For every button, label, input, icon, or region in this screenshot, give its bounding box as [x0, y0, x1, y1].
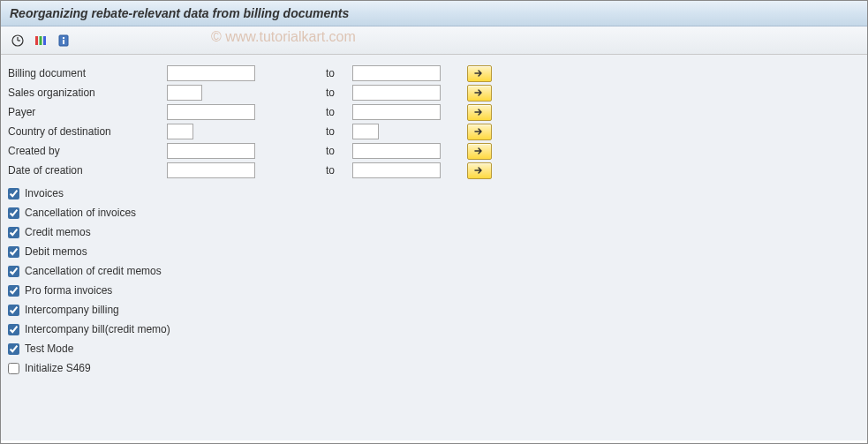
- checkbox-label: Invoices: [25, 187, 64, 199]
- from-input[interactable]: [167, 104, 255, 120]
- field-label: Payer: [8, 106, 167, 118]
- from-input[interactable]: [167, 124, 193, 139]
- field-label: Billing document: [8, 67, 167, 79]
- checkbox-input[interactable]: [8, 285, 19, 297]
- svg-rect-5: [43, 36, 46, 45]
- arrow-right-icon: [473, 69, 486, 78]
- checkbox-row: Credit memos: [8, 222, 860, 242]
- execute-button[interactable]: [8, 31, 27, 50]
- variant-icon: [34, 34, 48, 48]
- arrow-right-icon: [473, 108, 486, 117]
- to-label: to: [326, 67, 352, 79]
- arrow-right-icon: [473, 147, 486, 155]
- to-label: to: [326, 145, 352, 157]
- from-input[interactable]: [167, 143, 255, 159]
- field-row: Payerto: [8, 102, 860, 122]
- checkbox-label: Cancellation of credit memos: [25, 265, 162, 277]
- checkbox-input[interactable]: [8, 363, 19, 374]
- checkbox-row: Initialize S469: [8, 358, 860, 378]
- svg-rect-4: [40, 36, 42, 45]
- checkbox-row: Test Mode: [8, 339, 860, 358]
- checkbox-label: Initialize S469: [25, 362, 91, 374]
- field-row: Billing documentto: [8, 64, 860, 83]
- info-icon: [57, 34, 71, 48]
- to-input[interactable]: [352, 124, 379, 139]
- to-label: to: [326, 125, 352, 138]
- checkbox-label: Credit memos: [25, 226, 91, 238]
- checkbox-label: Cancellation of invoices: [25, 207, 136, 219]
- content-area: Billing documenttoSales organizationtoPa…: [1, 55, 867, 440]
- info-button[interactable]: [54, 31, 73, 50]
- checkbox-row: Debit memos: [8, 242, 860, 261]
- to-input[interactable]: [352, 162, 441, 178]
- page-title: Reorganizing rebate-relevant data from b…: [10, 6, 349, 20]
- multiple-selection-button[interactable]: [467, 143, 492, 160]
- from-input[interactable]: [167, 162, 255, 178]
- from-input[interactable]: [167, 85, 202, 101]
- svg-rect-7: [63, 37, 64, 39]
- checkbox-label: Debit memos: [25, 245, 87, 258]
- checkbox-input[interactable]: [8, 266, 19, 277]
- checkbox-row: Intercompany bill(credit memo): [8, 320, 860, 339]
- to-input[interactable]: [352, 104, 441, 120]
- svg-rect-3: [35, 36, 38, 45]
- multiple-selection-button[interactable]: [467, 65, 492, 82]
- field-label: Country of destination: [8, 125, 167, 138]
- field-row: Date of creationto: [8, 161, 860, 180]
- checkbox-row: Cancellation of invoices: [8, 203, 860, 222]
- checkbox-row: Invoices: [8, 184, 860, 203]
- checkbox-row: Intercompany billing: [8, 300, 860, 320]
- multiple-selection-button[interactable]: [467, 104, 492, 121]
- variant-button[interactable]: [31, 31, 50, 50]
- to-input[interactable]: [352, 85, 441, 101]
- field-row: Sales organizationto: [8, 83, 860, 102]
- to-input[interactable]: [352, 143, 441, 159]
- to-label: to: [326, 106, 352, 118]
- field-label: Sales organization: [8, 87, 167, 99]
- to-label: to: [326, 87, 352, 99]
- checkbox-label: Pro forma invoices: [25, 284, 112, 297]
- field-label: Date of creation: [8, 164, 167, 177]
- checkbox-input[interactable]: [8, 324, 19, 335]
- checkbox-input[interactable]: [8, 207, 19, 219]
- clock-execute-icon: [11, 34, 25, 48]
- field-row: Country of destinationto: [8, 122, 860, 141]
- field-row: Created byto: [8, 141, 860, 161]
- checkbox-input[interactable]: [8, 305, 19, 316]
- checkbox-input[interactable]: [8, 246, 19, 258]
- checkbox-input[interactable]: [8, 227, 19, 238]
- svg-rect-8: [63, 40, 64, 44]
- arrow-right-icon: [473, 166, 486, 175]
- title-bar: Reorganizing rebate-relevant data from b…: [1, 1, 867, 26]
- checkbox-input[interactable]: [8, 188, 19, 199]
- checkbox-label: Intercompany bill(credit memo): [25, 323, 170, 335]
- checkbox-row: Pro forma invoices: [8, 281, 860, 300]
- checkbox-input[interactable]: [8, 343, 19, 355]
- arrow-right-icon: [473, 127, 486, 136]
- from-input[interactable]: [167, 65, 255, 81]
- to-label: to: [326, 164, 352, 177]
- field-label: Created by: [8, 145, 167, 157]
- checkbox-label: Test Mode: [25, 342, 73, 355]
- checkbox-row: Cancellation of credit memos: [8, 261, 860, 281]
- arrow-right-icon: [473, 88, 486, 97]
- checkbox-label: Intercompany billing: [25, 304, 119, 316]
- to-input[interactable]: [352, 65, 441, 81]
- multiple-selection-button[interactable]: [467, 162, 492, 179]
- multiple-selection-button[interactable]: [467, 85, 492, 102]
- toolbar: [1, 26, 867, 55]
- multiple-selection-button[interactable]: [467, 124, 492, 140]
